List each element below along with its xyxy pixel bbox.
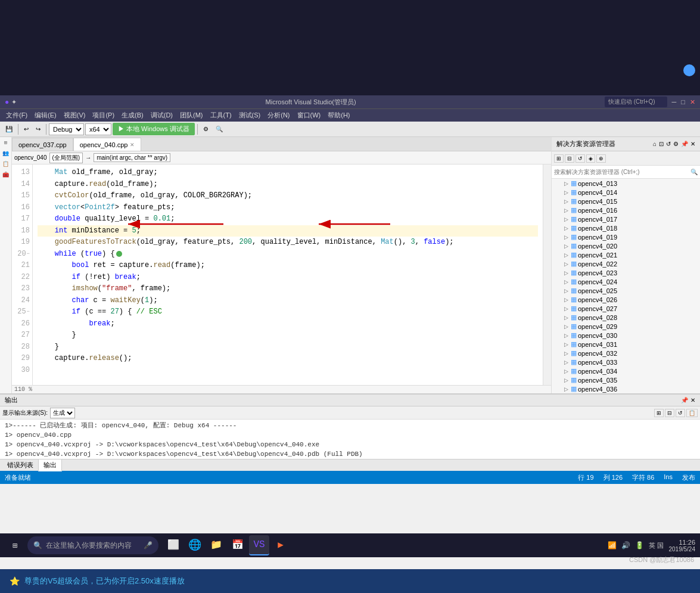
vertical-scrollbar[interactable] — [543, 164, 551, 385]
menu-team[interactable]: 团队(M) — [176, 110, 207, 121]
mic-icon[interactable]: 🎤 — [144, 541, 153, 549]
taskbar-vs[interactable]: VS — [249, 535, 269, 555]
tree-item-029[interactable]: ▷ ▦ opencv4_029 — [552, 322, 700, 331]
code-editor[interactable]: 1314151617 1819 20− 21222324 25− 2627282… — [12, 164, 551, 385]
tree-item-024[interactable]: ▷ ▦ opencv4_024 — [552, 277, 700, 286]
tree-item-016[interactable]: ▷ ▦ opencv4_016 — [552, 206, 700, 215]
platform-dropdown[interactable]: x64 — [85, 123, 111, 135]
code-content-area[interactable]: Mat old_frame, old_gray; capture.read(ol… — [33, 164, 543, 385]
taskbar-lang[interactable]: 英 国 — [649, 541, 664, 550]
toolbar-undo[interactable]: ↩ — [21, 124, 32, 134]
tree-item-032[interactable]: ▷ ▦ opencv4_032 — [552, 349, 700, 358]
tree-item-026[interactable]: ▷ ▦ opencv4_026 — [552, 295, 700, 304]
sidebar-props-icon[interactable]: 📋 — [1, 161, 11, 170]
tree-item-020[interactable]: ▷ ▦ opencv4_020 — [552, 241, 700, 250]
menu-debug[interactable]: 调试(D) — [147, 110, 176, 121]
tree-item-031[interactable]: ▷ ▦ opencv4_031 — [552, 340, 700, 349]
tree-item-022[interactable]: ▷ ▦ opencv4_022 — [552, 259, 700, 268]
se-search-icon[interactable]: 🔍 — [690, 169, 698, 176]
output-btn1[interactable]: ⊞ — [654, 409, 664, 417]
sidebar-toolbox-icon[interactable]: 🧰 — [1, 172, 11, 181]
se-close-icon[interactable]: ✕ — [690, 141, 695, 147]
toolbar-extra2[interactable]: 🔍 — [213, 124, 226, 134]
se-gear-icon[interactable]: ⚙ — [673, 141, 679, 147]
editor-function-dropdown[interactable]: main(int argc, char ** argv) — [94, 153, 170, 162]
menu-window[interactable]: 窗口(W) — [294, 110, 325, 121]
editor-area: opencv_037.cpp opencv_040.cpp ✕ opencv_0… — [12, 137, 551, 393]
tab-error-list[interactable]: 错误列表 — [2, 460, 38, 471]
start-button[interactable]: ⊞ — [5, 535, 25, 555]
output-close-icon[interactable]: ✕ — [690, 397, 695, 403]
toolbar-save[interactable]: 💾 — [2, 124, 15, 134]
tree-label-021: opencv4_021 — [578, 252, 617, 259]
menu-file[interactable]: 文件(F) — [2, 110, 31, 121]
tree-item-033[interactable]: ▷ ▦ opencv4_033 — [552, 358, 700, 367]
tab-output[interactable]: 输出 — [38, 459, 62, 471]
tree-item-036[interactable]: ▷ ▦ opencv4_036 — [552, 384, 700, 393]
tab-opencv040[interactable]: opencv_040.cpp ✕ — [73, 138, 142, 151]
taskbar-volume-icon[interactable]: 🔊 — [621, 541, 630, 549]
menu-view[interactable]: 视图(V) — [60, 110, 89, 121]
horizontal-scroll-bar[interactable]: 110 % — [12, 385, 551, 393]
se-search-input[interactable] — [554, 169, 690, 175]
tree-item-017[interactable]: ▷ ▦ opencv4_017 — [552, 215, 700, 223]
solution-explorer-search[interactable]: 🔍 — [552, 166, 700, 179]
tree-item-030[interactable]: ▷ ▦ opencv4_030 — [552, 331, 700, 340]
output-btn4[interactable]: 📋 — [686, 409, 698, 417]
se-filter-icon[interactable]: ⊡ — [659, 141, 664, 147]
tree-item-018[interactable]: ▷ ▦ opencv4_018 — [552, 223, 700, 232]
sidebar-team-icon[interactable]: 👥 — [1, 150, 11, 160]
menu-help[interactable]: 帮助(H) — [324, 110, 353, 121]
se-toolbar-btn1[interactable]: ⊞ — [554, 154, 564, 163]
taskbar-media[interactable]: ▶ — [270, 535, 291, 555]
search-box-title[interactable]: 快速启动 (Ctrl+Q) — [605, 97, 667, 107]
menu-project[interactable]: 项目(P) — [89, 110, 118, 121]
tree-item-027[interactable]: ▷ ▦ opencv4_027 — [552, 304, 700, 313]
output-btn3[interactable]: ↺ — [676, 409, 685, 417]
output-source-dropdown[interactable]: 生成 — [50, 408, 75, 418]
run-button[interactable]: ▶ 本地 Windows 调试器 — [113, 123, 195, 135]
se-home-icon[interactable]: ⌂ — [653, 141, 657, 147]
tree-item-028[interactable]: ▷ ▦ opencv4_028 — [552, 313, 700, 322]
se-toolbar-btn4[interactable]: ◈ — [586, 154, 595, 163]
menu-test[interactable]: 测试(S) — [235, 110, 265, 121]
output-btn2[interactable]: ⊟ — [665, 409, 674, 417]
taskbar-network-icon[interactable]: 📶 — [608, 541, 617, 549]
taskbar-edge[interactable]: 🌐 — [185, 535, 205, 555]
tree-item-035[interactable]: ▷ ▦ opencv4_035 — [552, 375, 700, 384]
output-pin-icon[interactable]: 📌 — [681, 397, 688, 403]
config-dropdown[interactable]: Debug — [49, 123, 84, 135]
se-toolbar-btn3[interactable]: ↺ — [575, 154, 585, 163]
tab-opencv037[interactable]: opencv_037.cpp — [12, 138, 73, 151]
tree-item-014[interactable]: ▷ ▦ opencv4_014 — [552, 188, 700, 197]
taskbar-clock[interactable]: 11:26 2019/5/24 — [669, 539, 696, 552]
tree-item-013[interactable]: ▷ ▦ opencv4_013 — [552, 179, 700, 188]
toolbar-extra1[interactable]: ⚙ — [200, 124, 211, 134]
tree-item-023[interactable]: ▷ ▦ opencv4_023 — [552, 268, 700, 277]
menu-tools[interactable]: 工具(T) — [207, 110, 235, 121]
tree-item-034[interactable]: ▷ ▦ opencv4_034 — [552, 367, 700, 375]
menu-analyze[interactable]: 分析(N) — [264, 110, 293, 121]
menu-build[interactable]: 生成(B) — [118, 110, 147, 121]
se-toolbar-btn5[interactable]: ⊕ — [596, 154, 606, 163]
se-refresh-icon[interactable]: ↺ — [666, 141, 671, 147]
tab-close-icon[interactable]: ✕ — [130, 142, 135, 148]
taskbar-calendar[interactable]: 📅 — [228, 535, 248, 555]
tree-item-021[interactable]: ▷ ▦ opencv4_021 — [552, 250, 700, 259]
taskbar-explorer[interactable]: 📁 — [206, 535, 226, 555]
sidebar-solution-icon[interactable]: ⊞ — [1, 139, 11, 149]
close-btn[interactable]: ✕ — [690, 98, 695, 106]
taskbar-search-box[interactable]: 🔍 在这里输入你要搜索的内容 🎤 — [27, 536, 158, 554]
editor-scope-dropdown[interactable]: (全局范围) — [49, 153, 83, 163]
minimize-btn[interactable]: ─ — [672, 98, 677, 105]
main-content: ⊞ 👥 📋 🧰 opencv_037.cpp opencv_040.cpp ✕ … — [0, 137, 700, 393]
menu-edit[interactable]: 编辑(E) — [31, 110, 60, 121]
restore-btn[interactable]: □ — [681, 98, 685, 105]
tree-item-019[interactable]: ▷ ▦ opencv4_019 — [552, 232, 700, 241]
se-pin-icon[interactable]: 📌 — [681, 141, 688, 147]
taskbar-task-view[interactable]: ⬜ — [163, 535, 183, 555]
toolbar-redo[interactable]: ↪ — [33, 124, 43, 134]
se-toolbar-btn2[interactable]: ⊟ — [565, 154, 574, 163]
tree-item-015[interactable]: ▷ ▦ opencv4_015 — [552, 197, 700, 206]
tree-item-025[interactable]: ▷ ▦ opencv4_025 — [552, 286, 700, 295]
